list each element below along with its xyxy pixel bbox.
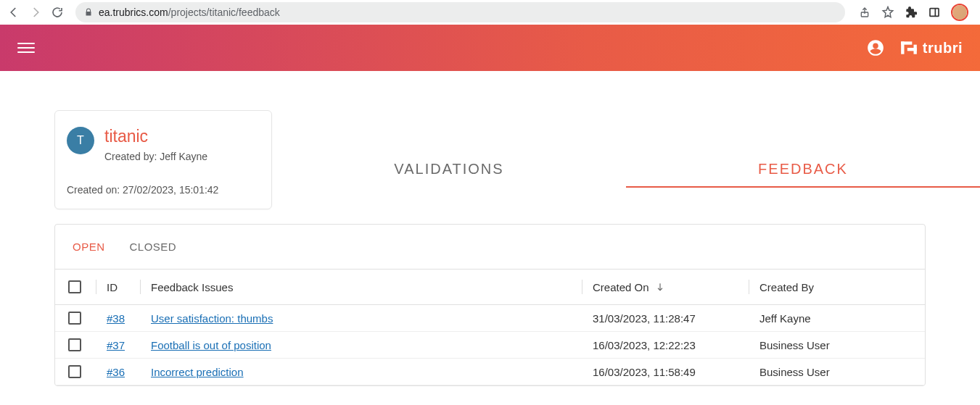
table-row: #38 User satisfaction: thumbs 31/03/2023…: [55, 305, 925, 332]
svg-rect-1: [930, 9, 939, 17]
forward-button[interactable]: [29, 6, 42, 19]
tab-validations[interactable]: VALIDATIONS: [272, 161, 626, 188]
select-all-checkbox[interactable]: [68, 280, 81, 293]
row-checkbox[interactable]: [68, 338, 81, 351]
profile-avatar[interactable]: [951, 4, 968, 21]
row-checkbox[interactable]: [68, 365, 81, 378]
lock-icon: [84, 7, 93, 17]
url-host: ea.trubrics.com: [99, 7, 168, 18]
brand-logo[interactable]: trubri: [899, 38, 963, 57]
row-created-on: 16/03/2023, 12:22:23: [593, 339, 749, 351]
url-bar[interactable]: ea.trubrics.com/projects/titanic/feedbac…: [75, 2, 845, 22]
header-created-by[interactable]: Created By: [759, 281, 912, 293]
table-row: #37 Football is out of position 16/03/20…: [55, 332, 925, 359]
subtab-closed[interactable]: CLOSED: [130, 241, 177, 253]
sidepanel-icon[interactable]: [928, 6, 941, 19]
feedback-title-link[interactable]: User satisfaction: thumbs: [151, 312, 273, 325]
hamburger-icon[interactable]: [17, 39, 35, 57]
project-card: T titanic Created by: Jeff Kayne Created…: [54, 110, 272, 209]
reload-button[interactable]: [51, 6, 64, 19]
header-created-on[interactable]: Created On: [593, 281, 749, 293]
browser-toolbar: ea.trubrics.com/projects/titanic/feedbac…: [0, 0, 980, 25]
feedback-id-link[interactable]: #36: [107, 366, 125, 378]
svg-rect-6: [913, 45, 916, 54]
feedback-id-link[interactable]: #37: [107, 339, 125, 351]
feedback-panel: OPEN CLOSED ID Feedback Issues Created O…: [54, 224, 926, 386]
feedback-title-link[interactable]: Incorrect prediction: [151, 366, 244, 378]
table-header: ID Feedback Issues Created On Created By: [55, 269, 925, 305]
sort-arrow-down-icon: [655, 282, 665, 292]
feedback-id-link[interactable]: #38: [107, 312, 125, 325]
project-created-on: Created on: 27/02/2023, 15:01:42: [67, 184, 260, 196]
row-created-on: 31/03/2023, 11:28:47: [593, 312, 749, 325]
row-created-by: Jeff Kayne: [759, 312, 912, 325]
bookmark-icon[interactable]: [881, 6, 894, 19]
url-path: /projects/titanic/feedback: [168, 7, 280, 18]
brand-text: trubri: [923, 40, 963, 57]
svg-rect-4: [901, 41, 904, 54]
header-title[interactable]: Feedback Issues: [151, 281, 582, 293]
back-button[interactable]: [7, 6, 20, 19]
row-created-by: Business User: [759, 366, 912, 378]
url-text: ea.trubrics.com/projects/titanic/feedbac…: [99, 7, 280, 18]
project-created-by: Created by: Jeff Kayne: [104, 151, 207, 162]
feedback-title-link[interactable]: Football is out of position: [151, 339, 271, 351]
header-id[interactable]: ID: [107, 281, 140, 293]
project-title: titanic: [104, 127, 207, 146]
row-created-by: Business User: [759, 339, 912, 351]
share-icon[interactable]: [858, 6, 871, 19]
table-row: #36 Incorrect prediction 16/03/2023, 11:…: [55, 359, 925, 385]
account-icon[interactable]: [866, 38, 885, 57]
project-avatar: T: [67, 127, 94, 154]
app-header: trubri: [0, 25, 980, 71]
row-created-on: 16/03/2023, 11:58:49: [593, 366, 749, 378]
subtab-open[interactable]: OPEN: [73, 241, 105, 253]
row-checkbox[interactable]: [68, 312, 81, 325]
extensions-icon[interactable]: [905, 6, 918, 19]
tab-feedback[interactable]: FEEDBACK: [626, 161, 980, 188]
